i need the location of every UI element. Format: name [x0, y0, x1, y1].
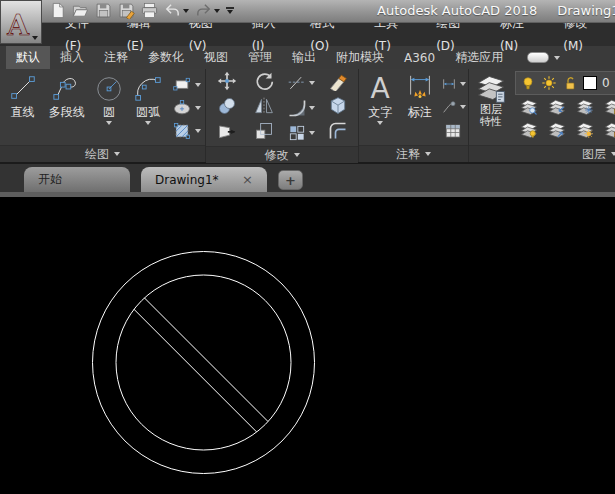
undo-dropdown-caret[interactable]: [183, 9, 189, 13]
text-tool-button[interactable]: A 文字: [362, 71, 399, 145]
file-tab-drawing1-label: Drawing1*: [155, 173, 219, 187]
dimension-tool-button[interactable]: 标注: [399, 71, 441, 145]
layer-isolate-button[interactable]: [520, 98, 538, 120]
save-as-button[interactable]: [118, 2, 135, 19]
trim-tool-button[interactable]: [287, 73, 315, 93]
array-tool-button[interactable]: [287, 123, 315, 143]
save-icon: [95, 2, 112, 19]
save-button[interactable]: [95, 2, 112, 19]
open-file-button[interactable]: [72, 2, 89, 19]
modify-panel: 修改: [206, 69, 359, 162]
ribbon-tab-manage[interactable]: 管理: [238, 46, 282, 69]
plus-icon: +: [285, 173, 296, 188]
polyline-tool-button[interactable]: 多段线: [42, 71, 91, 145]
ribbon-tab-a360[interactable]: A360: [394, 46, 445, 69]
draw-panel: 直线 多段线 圆 圆弧: [0, 69, 206, 162]
band-line-1[interactable]: [144, 298, 268, 422]
layer-on-bulb-icon[interactable]: [520, 75, 536, 91]
inner-circle[interactable]: [116, 275, 291, 450]
svg-text:A: A: [371, 73, 390, 103]
layer-thaw-button[interactable]: [576, 121, 594, 143]
layer-match-button[interactable]: [548, 121, 566, 143]
hatch-dropdown-caret[interactable]: [195, 129, 201, 133]
ribbon-tab-addins[interactable]: 附加模块: [326, 46, 394, 69]
ribbon-tab-insert[interactable]: 插入: [50, 46, 94, 69]
dimension-tool-label: 标注: [408, 104, 432, 121]
layer-freeze-button[interactable]: [576, 98, 594, 120]
leader-caret[interactable]: [460, 105, 466, 109]
layers-panel-title[interactable]: 图层: [469, 145, 615, 162]
ribbon-tab-featured-apps[interactable]: 精选应用: [445, 46, 513, 69]
layer-properties-icon: [475, 72, 507, 104]
layer-unlock-orange-button[interactable]: [604, 121, 615, 143]
undo-button[interactable]: [164, 2, 189, 19]
ribbon-tab-home[interactable]: 默认: [6, 46, 50, 69]
arc-tool-button[interactable]: 圆弧: [127, 71, 170, 145]
table-button[interactable]: [444, 122, 462, 140]
layer-off-button[interactable]: [520, 121, 538, 143]
mirror-tool-button[interactable]: [254, 96, 274, 120]
layer-walk-button[interactable]: [548, 98, 566, 120]
layer-color-swatch[interactable]: [583, 76, 597, 90]
redo-dropdown-caret[interactable]: [214, 9, 220, 13]
outer-circle[interactable]: [93, 252, 315, 474]
ribbon-collapse-button[interactable]: [527, 46, 560, 69]
hatch-tool-button[interactable]: [172, 121, 201, 141]
leader-button[interactable]: [441, 99, 466, 115]
layer-properties-button[interactable]: 图层 特性: [469, 69, 513, 145]
line-tool-button[interactable]: 直线: [3, 71, 42, 145]
ribbon: 直线 多段线 圆 圆弧: [0, 69, 615, 164]
layer-unlock-icon[interactable]: [562, 75, 578, 91]
modify-panel-label: 修改: [265, 147, 289, 164]
new-file-button[interactable]: [49, 2, 66, 19]
ribbon-tab-annotate[interactable]: 注释: [94, 46, 138, 69]
ellipse-tool-button[interactable]: [172, 98, 201, 118]
drawing-canvas[interactable]: [0, 197, 615, 494]
offset-icon: [328, 121, 348, 141]
move-tool-button[interactable]: [217, 71, 237, 95]
linear-dimension-caret[interactable]: [460, 82, 466, 86]
ribbon-tab-parametric[interactable]: 参数化: [138, 46, 194, 69]
erase-tool-button[interactable]: [328, 71, 348, 95]
annotation-panel-title[interactable]: 注释: [359, 145, 468, 162]
ellipse-dropdown-caret[interactable]: [195, 106, 201, 110]
file-tab-drawing1[interactable]: Drawing1* ×: [141, 167, 267, 192]
layer-thaw-sun-icon[interactable]: [541, 75, 557, 91]
file-tab-start[interactable]: 开始: [24, 167, 130, 192]
ribbon-tab-view[interactable]: 视图: [194, 46, 238, 69]
array-dropdown-caret[interactable]: [309, 131, 315, 135]
circle-dropdown-caret[interactable]: [106, 121, 112, 125]
table-icon: [444, 122, 462, 140]
stretch-tool-button[interactable]: [217, 121, 237, 145]
draw-panel-title[interactable]: 绘图: [0, 145, 205, 162]
polyline-icon: [52, 73, 82, 103]
copy-tool-button[interactable]: [217, 96, 237, 120]
circle-tool-button[interactable]: 圆: [91, 71, 126, 145]
arc-dropdown-caret[interactable]: [145, 121, 151, 125]
application-menu-button[interactable]: A: [0, 0, 42, 44]
file-tab-start-label: 开始: [38, 171, 62, 188]
text-dropdown-caret[interactable]: [377, 121, 383, 125]
scale-tool-button[interactable]: [254, 121, 274, 145]
offset-tool-button[interactable]: [328, 121, 348, 145]
rotate-tool-button[interactable]: [254, 71, 274, 95]
open-folder-icon: [72, 2, 89, 19]
modify-panel-title[interactable]: 修改: [206, 146, 358, 163]
customize-qat-button[interactable]: [226, 7, 234, 14]
band-line-2[interactable]: [134, 309, 257, 432]
explode-tool-button[interactable]: [328, 96, 348, 120]
new-drawing-tab-button[interactable]: +: [278, 170, 303, 190]
ribbon-tab-output[interactable]: 输出: [282, 46, 326, 69]
fillet-tool-button[interactable]: [287, 98, 315, 118]
trim-dropdown-caret[interactable]: [309, 81, 315, 85]
plot-button[interactable]: [141, 2, 158, 19]
leader-icon: [441, 99, 457, 115]
fillet-dropdown-caret[interactable]: [309, 106, 315, 110]
redo-button[interactable]: [195, 2, 220, 19]
close-tab-icon[interactable]: ×: [242, 173, 253, 186]
layer-state-control[interactable]: 0: [515, 71, 615, 95]
rectangle-dropdown-caret[interactable]: [195, 83, 201, 87]
rectangle-tool-button[interactable]: [172, 75, 201, 95]
linear-dimension-button[interactable]: [441, 76, 466, 92]
layer-lock-button[interactable]: [604, 98, 615, 120]
